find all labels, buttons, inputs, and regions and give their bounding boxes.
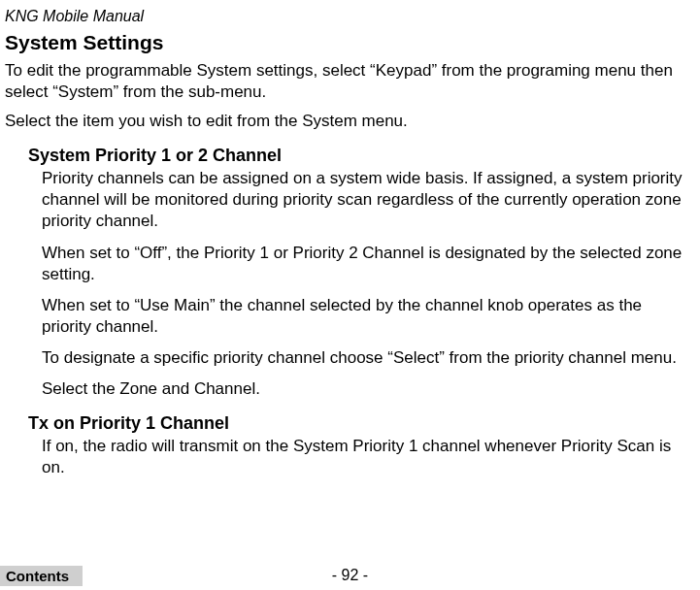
paragraph: When set to “Off”, the Priority 1 or Pri… [42, 243, 695, 285]
section-priority-channel: System Priority 1 or 2 Channel Priority … [28, 146, 695, 400]
contents-button[interactable]: Contents [0, 566, 83, 586]
section-heading: System Priority 1 or 2 Channel [28, 146, 695, 166]
page-content: KNG Mobile Manual System Settings To edi… [0, 0, 700, 478]
page-footer: - 92 - Contents [0, 565, 700, 586]
page-number: - 92 - [0, 567, 700, 584]
paragraph: To designate a specific priority channel… [42, 347, 695, 369]
section-body: Priority channels can be assigned on a s… [42, 168, 695, 400]
doc-header: KNG Mobile Manual [5, 8, 695, 25]
paragraph: If on, the radio will transmit on the Sy… [42, 436, 695, 478]
paragraph: Select the Zone and Channel. [42, 378, 695, 400]
paragraph: When set to “Use Main” the channel selec… [42, 295, 695, 338]
intro-paragraph-1: To edit the programmable System settings… [5, 60, 695, 103]
page-title: System Settings [5, 31, 695, 54]
section-heading: Tx on Priority 1 Channel [28, 413, 695, 434]
section-tx-priority: Tx on Priority 1 Channel If on, the radi… [28, 413, 695, 478]
intro-paragraph-2: Select the item you wish to edit from th… [5, 111, 695, 132]
paragraph: Priority channels can be assigned on a s… [42, 168, 695, 232]
section-body: If on, the radio will transmit on the Sy… [42, 436, 695, 478]
